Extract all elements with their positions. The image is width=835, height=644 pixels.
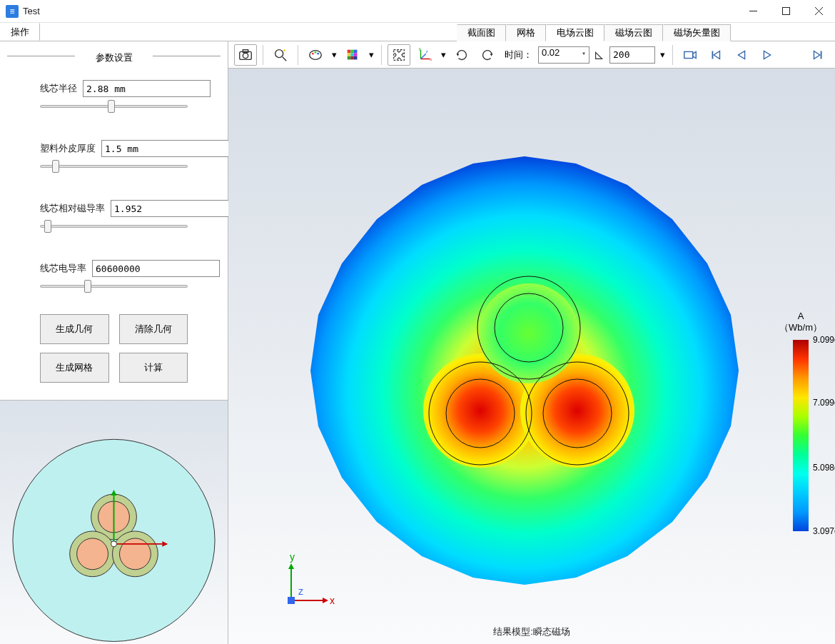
svg-rect-65 xyxy=(288,597,295,604)
svg-line-37 xyxy=(421,54,426,59)
svg-rect-18 xyxy=(243,49,248,52)
zoom-icon[interactable] xyxy=(269,44,292,66)
rotate-cw-icon[interactable] xyxy=(450,44,473,66)
svg-point-10 xyxy=(119,538,151,570)
svg-marker-62 xyxy=(288,563,294,569)
param-label-1: 塑料外皮厚度 xyxy=(40,142,96,155)
param-input-2[interactable] xyxy=(111,200,238,217)
fit-view-icon[interactable] xyxy=(388,44,410,66)
svg-marker-42 xyxy=(490,54,493,56)
frame-input[interactable] xyxy=(609,46,655,64)
tab-section[interactable]: 截面图 xyxy=(457,24,506,41)
svg-rect-32 xyxy=(350,56,354,59)
axes-icon[interactable]: yxz xyxy=(413,44,436,66)
prev-frame-icon[interactable] xyxy=(730,44,753,66)
svg-marker-49 xyxy=(814,51,820,59)
legend-title-2: （Wb/m） xyxy=(779,321,822,334)
svg-point-8 xyxy=(77,538,108,570)
svg-text:z: z xyxy=(426,49,428,54)
color-legend: A （Wb/m） 9.099e-057.099e-055.098e-053.09… xyxy=(779,311,822,537)
svg-point-23 xyxy=(315,51,317,53)
tab-efield[interactable]: 电场云图 xyxy=(546,24,604,41)
svg-marker-47 xyxy=(738,51,744,59)
colormap-icon[interactable] xyxy=(341,44,364,66)
svg-point-22 xyxy=(312,52,314,54)
axis-z-label: z xyxy=(298,585,303,597)
legend-title-1: A xyxy=(779,311,822,321)
param-label-3: 线芯电导率 xyxy=(40,262,86,275)
svg-rect-33 xyxy=(354,56,358,59)
axes-dropdown[interactable]: ▾ xyxy=(439,49,447,60)
svg-point-19 xyxy=(275,49,283,57)
close-button[interactable] xyxy=(802,0,835,23)
gen-mesh-button[interactable]: 生成网格 xyxy=(40,353,109,383)
param-label-0: 线芯半径 xyxy=(40,82,77,95)
minimize-button[interactable] xyxy=(737,0,769,23)
svg-point-17 xyxy=(243,53,248,58)
svg-marker-46 xyxy=(714,51,719,59)
svg-rect-28 xyxy=(348,53,351,56)
play-icon[interactable] xyxy=(756,44,779,66)
legend-tick: 3.097e-05 xyxy=(813,526,835,536)
svg-point-15 xyxy=(111,541,117,547)
axis-x-label: x xyxy=(330,595,335,606)
svg-rect-26 xyxy=(350,49,354,53)
app-icon: ≡ xyxy=(6,5,19,18)
tab-mfield[interactable]: 磁场云图 xyxy=(604,24,663,41)
gen-geom-button[interactable]: 生成几何 xyxy=(40,314,109,344)
view-tabs: 截面图 网格 电场云图 磁场云图 磁场矢量图 xyxy=(0,23,835,41)
svg-line-20 xyxy=(283,56,287,61)
result-viewport[interactable]: y x z A （Wb/m） 9.099e-057.099e-055.098e-… xyxy=(228,69,835,644)
palette-icon[interactable] xyxy=(304,44,327,66)
svg-rect-27 xyxy=(354,49,358,53)
svg-marker-48 xyxy=(764,51,770,59)
svg-marker-64 xyxy=(323,598,328,603)
param-slider-2[interactable] xyxy=(40,221,188,231)
time-label: 时间： xyxy=(505,49,532,61)
legend-tick: 7.099e-05 xyxy=(813,398,835,408)
param-input-3[interactable] xyxy=(92,260,220,277)
legend-tick: 5.098e-05 xyxy=(813,463,835,473)
window-title: Test xyxy=(23,6,737,16)
frame-dropdown[interactable]: ▾ xyxy=(658,49,667,60)
viewport-toolbar: ▾ ▾ yxz ▾ 时间： 0.02 ▾ xyxy=(228,41,835,69)
svg-marker-44 xyxy=(693,51,697,58)
svg-rect-31 xyxy=(348,56,351,59)
first-frame-icon[interactable] xyxy=(704,44,727,66)
svg-rect-43 xyxy=(684,51,693,58)
rotate-ccw-icon[interactable] xyxy=(476,44,499,66)
svg-text:x: x xyxy=(430,57,432,61)
palette-dropdown[interactable]: ▾ xyxy=(330,49,338,60)
last-frame-icon[interactable] xyxy=(806,44,829,66)
svg-rect-30 xyxy=(354,53,358,56)
maximize-button[interactable] xyxy=(769,0,802,23)
svg-rect-1 xyxy=(782,8,789,15)
angle-icon[interactable] xyxy=(592,44,607,66)
svg-rect-34 xyxy=(394,49,405,60)
svg-text:y: y xyxy=(419,47,421,51)
clear-geom-button[interactable]: 清除几何 xyxy=(119,314,188,344)
svg-marker-41 xyxy=(457,54,460,56)
result-model-label: 结果模型:瞬态磁场 xyxy=(493,625,570,638)
legend-tick: 9.099e-05 xyxy=(813,335,835,345)
compute-button[interactable]: 计算 xyxy=(119,353,188,383)
svg-rect-29 xyxy=(350,53,354,56)
svg-point-24 xyxy=(317,52,319,54)
time-select[interactable]: 0.02 xyxy=(538,46,589,64)
svg-point-54 xyxy=(479,283,579,383)
param-slider-3[interactable] xyxy=(40,281,188,291)
tab-mvector[interactable]: 磁场矢量图 xyxy=(663,24,731,41)
colormap-dropdown[interactable]: ▾ xyxy=(367,49,375,60)
geometry-preview[interactable] xyxy=(0,401,228,644)
record-icon[interactable] xyxy=(679,44,702,66)
svg-rect-25 xyxy=(348,49,351,53)
param-slider-1[interactable] xyxy=(40,161,188,171)
param-input-0[interactable] xyxy=(83,80,211,97)
tab-mesh[interactable]: 网格 xyxy=(506,24,546,41)
params-title: 参数设置 xyxy=(0,41,228,70)
param-input-1[interactable] xyxy=(101,140,229,157)
param-label-2: 线芯相对磁导率 xyxy=(40,202,105,215)
axis-y-label: y xyxy=(290,551,295,563)
snapshot-icon[interactable] xyxy=(234,44,257,66)
param-slider-0[interactable] xyxy=(40,101,188,111)
